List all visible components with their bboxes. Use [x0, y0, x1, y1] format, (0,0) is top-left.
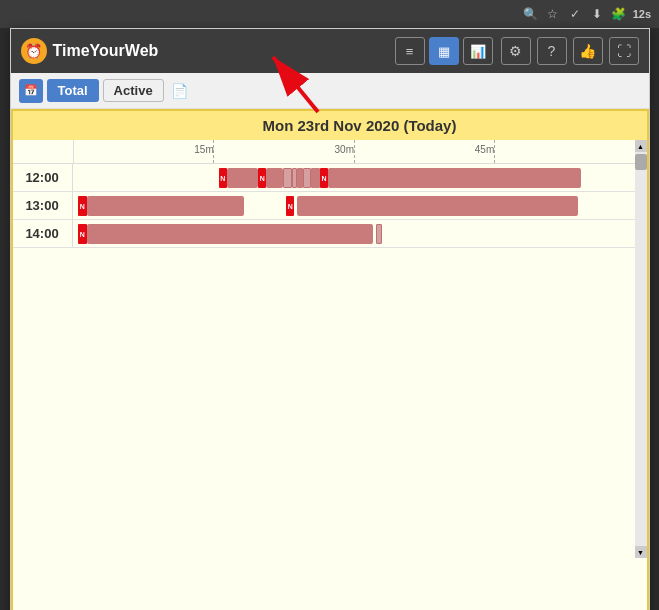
- netflix-bar-1200-2: N: [258, 168, 266, 188]
- netflix-bar-1300-2: N: [286, 196, 294, 216]
- main-content: Mon 23rd Nov 2020 (Today) ▲ ▼ 15m: [11, 109, 649, 610]
- doc-icon[interactable]: 📄: [168, 79, 192, 103]
- app-logo: ⏰ TimeYourWeb: [21, 38, 387, 64]
- logo-icon: ⏰: [21, 38, 47, 64]
- date-header-text: Mon 23rd Nov 2020 (Today): [79, 117, 641, 134]
- hour-row-1400: 14:00 N: [13, 220, 647, 248]
- empty-timeline-area: [13, 248, 647, 558]
- fullscreen-button[interactable]: ⛶: [609, 37, 639, 65]
- rose-bar-1300-1: [87, 196, 244, 216]
- timeline-nav-button[interactable]: ▦: [429, 37, 459, 65]
- netflix-icon-2: N: [260, 175, 265, 182]
- scrollbar-thumb[interactable]: [635, 154, 647, 170]
- scrollbar-down-arrow[interactable]: ▼: [635, 546, 647, 558]
- hour-label-1400: 14:00: [13, 220, 73, 247]
- browser-chrome: 🔍 ☆ ✓ ⬇ 🧩 12s: [0, 0, 659, 28]
- markers-row: 15m 30m 45m: [13, 140, 647, 164]
- extension-popup: ⏰ TimeYourWeb ≡ ▦ 📊 ⚙ ? 👍 ⛶ 📅 Total Acti…: [10, 28, 650, 610]
- stripe-bar-1400-end: [376, 224, 382, 244]
- netflix-icon-1300-2: N: [288, 203, 293, 210]
- header-nav: ≡ ▦ 📊: [395, 37, 493, 65]
- netflix-bar-1200-3: N: [320, 168, 328, 188]
- settings-button[interactable]: ⚙: [501, 37, 531, 65]
- tab-active[interactable]: Active: [103, 79, 164, 102]
- stripe-bar-1200-1: [283, 168, 291, 188]
- date-header: Mon 23rd Nov 2020 (Today): [13, 111, 647, 140]
- netflix-icon-3: N: [321, 175, 326, 182]
- app-title: TimeYourWeb: [53, 42, 159, 60]
- hour-label-1300: 13:00: [13, 192, 73, 219]
- download-chrome-icon: ⬇: [589, 6, 605, 22]
- hour-content-1200: N N N: [73, 164, 635, 191]
- rose-bar-1300-long: [297, 196, 578, 216]
- header-bar: ⏰ TimeYourWeb ≡ ▦ 📊 ⚙ ? 👍 ⛶: [11, 29, 649, 73]
- header-actions: ⚙ ? 👍 ⛶: [501, 37, 639, 65]
- scrollbar-track[interactable]: ▲ ▼: [635, 140, 647, 558]
- rose-bar-1200-4: [311, 168, 319, 188]
- hour-content-1300: N N: [73, 192, 635, 219]
- marker-30m-label: 30m: [335, 144, 354, 155]
- rose-bar-1200-1: [227, 168, 258, 188]
- netflix-icon-1300-1: N: [80, 203, 85, 210]
- markers-time-col: [13, 140, 73, 163]
- puzzle-chrome-icon: 🧩: [611, 6, 627, 22]
- hour-row-1300: 13:00 N N: [13, 192, 647, 220]
- help-button[interactable]: ?: [537, 37, 567, 65]
- hour-row-1200: 12:00 N N: [13, 164, 647, 192]
- stripe-bar-1200-3: [303, 168, 311, 188]
- netflix-bar-1300-1: N: [78, 196, 86, 216]
- browser-time: 12s: [633, 8, 651, 20]
- scrollbar-up-arrow[interactable]: ▲: [635, 140, 647, 152]
- marker-45m-label: 45m: [475, 144, 494, 155]
- rose-bar-1200-2: [266, 168, 283, 188]
- date-header-time-spacer: [19, 117, 79, 134]
- calendar-icon[interactable]: 📅: [19, 79, 43, 103]
- marker-15m-label: 15m: [194, 144, 213, 155]
- rose-bar-1400-1: [87, 224, 374, 244]
- netflix-bar-1400-1: N: [78, 224, 86, 244]
- hour-label-1200: 12:00: [13, 164, 73, 191]
- netflix-bar-1200-1: N: [219, 168, 227, 188]
- tab-total[interactable]: Total: [47, 79, 99, 102]
- markers-content: 15m 30m 45m: [73, 140, 635, 163]
- netflix-icon-1: N: [220, 175, 225, 182]
- star-chrome-icon: ☆: [545, 6, 561, 22]
- hour-content-1400: N: [73, 220, 635, 247]
- timeline: ▲ ▼ 15m 30m 4: [13, 140, 647, 558]
- check-chrome-icon: ✓: [567, 6, 583, 22]
- netflix-icon-1400-1: N: [80, 231, 85, 238]
- search-chrome-icon: 🔍: [523, 6, 539, 22]
- thumbsup-button[interactable]: 👍: [573, 37, 603, 65]
- rose-bar-1200-long: [328, 168, 581, 188]
- filter-nav-button[interactable]: ≡: [395, 37, 425, 65]
- tab-bar: 📅 Total Active 📄: [11, 73, 649, 109]
- chart-nav-button[interactable]: 📊: [463, 37, 493, 65]
